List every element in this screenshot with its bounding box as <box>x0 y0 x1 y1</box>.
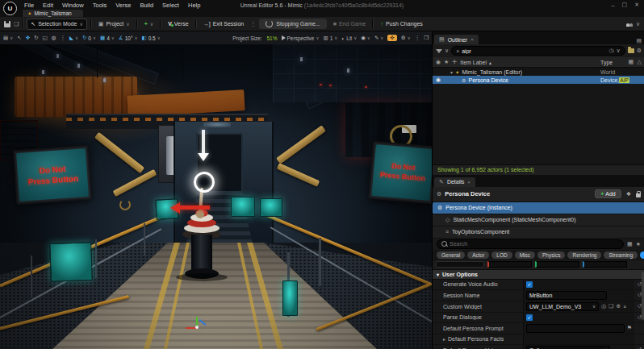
rotation-snap-control[interactable]: ∡10°∨ <box>119 35 138 41</box>
show-flags-dropdown[interactable]: ◉∨ <box>361 35 370 41</box>
favorites-icon[interactable]: ★ <box>636 241 641 247</box>
section-user-options[interactable]: ▾ User Options <box>433 270 644 280</box>
source-control-icon[interactable]: ❏ <box>14 21 19 27</box>
save-icon[interactable] <box>4 21 10 27</box>
visible-eye-icon[interactable]: ◉ <box>436 77 441 83</box>
maximize-button[interactable]: ▢ <box>622 2 628 8</box>
new-folder-icon[interactable] <box>628 48 634 53</box>
tab-lod[interactable]: LOD <box>491 251 512 259</box>
display-filter-icon[interactable]: ▦ <box>627 241 633 247</box>
type-column[interactable]: Type <box>600 60 613 65</box>
grid-snap-control[interactable]: ▦4∨ <box>100 35 115 41</box>
level-viewport[interactable]: ▤∨ ↖ ✥ ↻ ◱ ◍ ⋮ ◣∨ ↻0∨ ▦4∨ ∡10°∨ ◧0.5∨ Pr… <box>0 31 432 349</box>
tab-vi[interactable]: VI <box>640 251 644 259</box>
end-game-button[interactable]: ■ End Game <box>330 19 370 28</box>
close-button[interactable]: ✕ <box>634 2 639 8</box>
add-content-button[interactable]: + ∨ <box>141 19 157 28</box>
close-tab-icon[interactable]: × <box>467 180 470 185</box>
plus-icon[interactable]: ⊕ <box>616 303 621 310</box>
outliner-settings-icon[interactable]: ⚙ <box>637 48 642 54</box>
checkbox-checked[interactable]: ✓ <box>526 314 533 321</box>
component-row-staticmesh[interactable]: ◇ StaticMeshComponent (StaticMeshCompone… <box>433 214 644 226</box>
tab-streaming[interactable]: Streaming <box>604 251 638 259</box>
search-history-icon[interactable]: ◷ <box>608 48 613 54</box>
minimize-button[interactable]: – <box>612 2 615 8</box>
tab-outliner[interactable]: ▤ Outliner × <box>434 35 479 44</box>
add-component-button[interactable]: +Add <box>595 189 621 198</box>
details-search-field[interactable] <box>450 241 619 247</box>
camera-perspective-dropdown[interactable]: Perspective∨ <box>282 35 320 41</box>
viewport-more-icon[interactable]: ⋮ <box>415 35 420 41</box>
filter-icon[interactable] <box>436 49 442 53</box>
menu-verse[interactable]: Verse <box>115 2 131 9</box>
menu-tools[interactable]: Tools <box>93 2 107 9</box>
outliner-row-persona-device[interactable]: ◉ ⚙ Persona Device Device,AIP <box>433 76 644 84</box>
edit-mode-icon[interactable]: ✎∨ <box>374 35 383 41</box>
tab-misc[interactable]: Misc <box>515 251 535 259</box>
outliner-row-world[interactable]: ▾ ▲ Mimic_Talisman (Editor) World <box>433 68 644 76</box>
exit-session-button[interactable]: →] Exit Session <box>200 19 247 28</box>
asset-tab-mimic-talisman[interactable]: ▲ Mimic_Talisman <box>23 9 83 17</box>
expand-icon[interactable]: △ <box>638 59 642 65</box>
tab-details[interactable]: ✎ Details × <box>434 177 475 187</box>
clear-icon[interactable]: × <box>623 304 626 310</box>
lock-icon[interactable] <box>636 193 641 197</box>
close-tab-icon[interactable]: × <box>470 37 474 42</box>
details-property-list[interactable]: ▾ User Options Generate Voice Audio ✓ ↺ … <box>433 270 644 349</box>
tab-physics[interactable]: Physics <box>537 251 565 259</box>
flag-icon[interactable]: ⚑ <box>627 325 632 331</box>
columns-icon[interactable]: ▦ <box>628 59 634 65</box>
menu-build[interactable]: Build <box>140 2 153 9</box>
verse-button[interactable]: V Verse <box>165 19 192 28</box>
outliner-search-input[interactable]: × ◷ ∨ <box>451 46 625 56</box>
view-size-control[interactable]: ▥1∨ <box>324 35 338 41</box>
tool-more-icon[interactable]: ⋮ <box>60 35 65 41</box>
viewport-options-icon[interactable]: ▤∨ <box>3 35 13 41</box>
browse-icon[interactable]: ❏ <box>608 303 613 310</box>
select-tool-icon[interactable]: ↖ <box>17 35 21 41</box>
caret-right-icon[interactable]: ▸ <box>443 336 445 342</box>
custom-widget-dropdown[interactable]: UW_LLM_Demo_V3∨ <box>526 302 599 311</box>
transform-z-field[interactable] <box>583 261 627 268</box>
session-name-field[interactable]: MrButton <box>526 291 607 300</box>
move-tool-icon[interactable]: ✥ <box>26 35 30 41</box>
view-mode-dropdown[interactable]: ◐Lit∨ <box>341 35 357 41</box>
component-row-instance[interactable]: ⚙ Persona Device (Instance) <box>433 202 644 214</box>
multi-user-icon[interactable] <box>626 22 634 27</box>
pin-column-icon[interactable]: ✛ <box>452 59 457 65</box>
maximize-viewport-icon[interactable]: ❒ <box>424 35 429 41</box>
menu-edit[interactable]: Edit <box>43 2 53 9</box>
item-label-column[interactable]: Item Label ▲ <box>460 60 492 65</box>
visibility-column-icon[interactable]: ◉ <box>436 59 441 65</box>
selection-mode-button[interactable]: ↖ Selection Mode∨ <box>27 19 87 30</box>
snap-zero-control[interactable]: ↻0∨ <box>82 35 96 41</box>
more-options-icon[interactable]: ⋮ <box>250 21 256 27</box>
blueprint-icon[interactable]: ❖ <box>625 191 633 197</box>
viewport-settings-icon[interactable]: ⚙∨ <box>401 35 411 41</box>
persona-prompt-field[interactable] <box>526 324 625 333</box>
voice-dropdown[interactable]: Callum∨ <box>526 346 610 349</box>
tab-rendering[interactable]: Rendering <box>567 251 601 259</box>
world-coordinate-icon[interactable]: ◍ <box>52 35 56 41</box>
transform-x-field[interactable] <box>487 261 532 268</box>
sidebar-icon[interactable]: ▤ <box>636 38 642 44</box>
project-button[interactable]: ▣ Project∨ <box>95 19 133 29</box>
push-changes-button[interactable]: ↑ Push Changes <box>377 19 425 28</box>
checkbox-checked[interactable]: ✓ <box>526 281 533 288</box>
use-selected-icon[interactable]: ◎ <box>601 303 606 310</box>
viewport-scene[interactable]: Do Not Press Button Do Not Press Button <box>0 44 432 349</box>
game-view-toggle[interactable]: ✜ <box>387 35 396 41</box>
outliner-search-field[interactable] <box>462 48 606 54</box>
favorite-column-icon[interactable]: ★ <box>444 59 449 65</box>
component-row-toyoptions[interactable]: ≡ ToyOptionsComponent <box>433 226 644 239</box>
transform-dropdown[interactable] <box>436 261 484 268</box>
tab-general[interactable]: General <box>437 251 465 259</box>
transform-y-field[interactable] <box>535 261 579 268</box>
caret-down-icon[interactable]: ▾ <box>450 69 453 75</box>
scale-snap-control[interactable]: ◧0.5∨ <box>142 35 161 41</box>
menu-help[interactable]: Help <box>188 2 200 9</box>
clear-search-icon[interactable]: × <box>456 48 459 54</box>
tab-actor[interactable]: Actor <box>467 251 489 259</box>
outliner-empty-area[interactable] <box>433 84 644 164</box>
menu-file[interactable]: File <box>24 2 34 9</box>
